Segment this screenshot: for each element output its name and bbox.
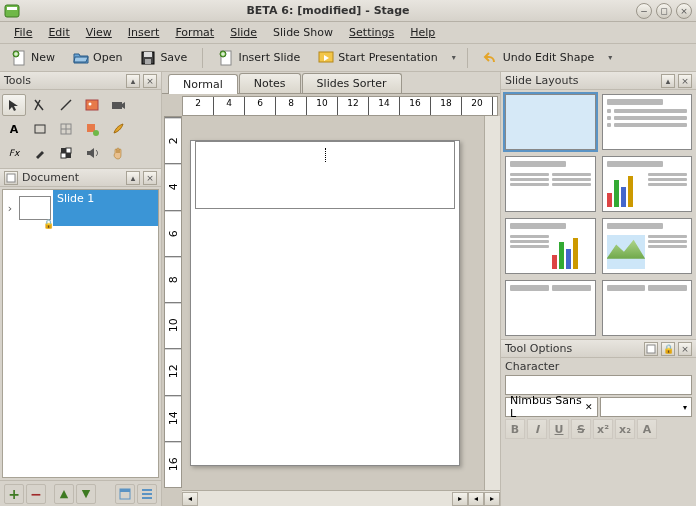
- tool-checker[interactable]: [54, 142, 78, 164]
- more-format-button[interactable]: A: [637, 419, 657, 439]
- tool-grid[interactable]: [54, 118, 78, 140]
- open-button[interactable]: Open: [66, 47, 129, 69]
- tool-pointer[interactable]: [2, 94, 26, 116]
- start-presentation-dropdown[interactable]: ▾: [449, 53, 459, 62]
- tool-camera[interactable]: [106, 94, 130, 116]
- font-clear-icon[interactable]: ✕: [585, 402, 593, 412]
- font-family-combo[interactable]: Nimbus Sans L ✕: [505, 397, 598, 417]
- remove-slide-button[interactable]: −: [26, 484, 46, 504]
- minimize-window-button[interactable]: −: [636, 3, 652, 19]
- undo-button[interactable]: Undo Edit Shape: [476, 47, 601, 69]
- horizontal-scrollbar[interactable]: ◂ ▸ ◂ ▸: [182, 490, 500, 506]
- tool-options-lock-icon[interactable]: 🔒: [661, 342, 675, 356]
- underline-button[interactable]: U: [549, 419, 569, 439]
- title-textbox[interactable]: [195, 141, 455, 209]
- expand-icon[interactable]: ›: [3, 202, 17, 215]
- move-down-button[interactable]: ▼: [76, 484, 96, 504]
- document-tab-icon[interactable]: [4, 171, 18, 185]
- maximize-window-button[interactable]: ◻: [656, 3, 672, 19]
- menu-slideshow[interactable]: Slide Show: [265, 24, 341, 41]
- scroll-left-button[interactable]: ◂: [182, 492, 198, 506]
- window-title: BETA 6: [modified] - Stage: [24, 4, 632, 17]
- tool-options-doc-icon[interactable]: [644, 342, 658, 356]
- menu-edit[interactable]: Edit: [40, 24, 77, 41]
- tab-normal[interactable]: Normal: [168, 74, 238, 94]
- tool-paint[interactable]: [80, 118, 104, 140]
- tool-eyedropper[interactable]: [28, 142, 52, 164]
- layout-bullets[interactable]: [602, 94, 693, 150]
- layout-text-chart[interactable]: [505, 218, 596, 274]
- horizontal-ruler[interactable]: 246810121416182022: [182, 96, 498, 116]
- move-up-button[interactable]: ▲: [54, 484, 74, 504]
- menu-format[interactable]: Format: [167, 24, 222, 41]
- tools-close-button[interactable]: ×: [143, 74, 157, 88]
- layout-image-text[interactable]: [602, 218, 693, 274]
- tool-fx[interactable]: Fx: [2, 142, 26, 164]
- tool-line[interactable]: [54, 94, 78, 116]
- save-button[interactable]: Save: [133, 47, 194, 69]
- layout-two-text[interactable]: [505, 156, 596, 212]
- font-size-combo[interactable]: ▾: [600, 397, 693, 417]
- svg-point-16: [93, 130, 99, 136]
- tool-rect[interactable]: [28, 118, 52, 140]
- slide-list[interactable]: › 🔒 Slide 1: [2, 189, 159, 478]
- menu-slide[interactable]: Slide: [222, 24, 265, 41]
- tool-brush[interactable]: [106, 118, 130, 140]
- list-view-button[interactable]: [137, 484, 157, 504]
- svg-point-11: [89, 103, 92, 106]
- menu-file[interactable]: File: [6, 24, 40, 41]
- tool-picture[interactable]: [80, 94, 104, 116]
- layout-two-header[interactable]: [505, 280, 596, 336]
- tool-sound[interactable]: [80, 142, 104, 164]
- svg-rect-0: [5, 5, 19, 17]
- sub-button[interactable]: x₂: [615, 419, 635, 439]
- lock-icon: 🔒: [43, 219, 54, 229]
- layout-blank[interactable]: [505, 94, 596, 150]
- slide-layouts-close-button[interactable]: ×: [678, 74, 692, 88]
- document-panel-header: Document ▴ ×: [0, 169, 161, 187]
- layout-chart-text[interactable]: [602, 156, 693, 212]
- tab-slides-sorter[interactable]: Slides Sorter: [302, 73, 402, 93]
- slide[interactable]: [190, 140, 460, 466]
- vertical-ruler[interactable]: 246810121416: [164, 116, 182, 488]
- character-label: Character: [505, 360, 559, 373]
- super-button[interactable]: x²: [593, 419, 613, 439]
- tool-text-a[interactable]: A: [2, 118, 26, 140]
- slide-canvas[interactable]: [182, 116, 484, 490]
- undo-dropdown[interactable]: ▾: [605, 53, 615, 62]
- bold-button[interactable]: B: [505, 419, 525, 439]
- slide-thumbnail[interactable]: 🔒: [19, 196, 51, 220]
- tools-collapse-button[interactable]: ▴: [126, 74, 140, 88]
- new-button[interactable]: New: [4, 47, 62, 69]
- tool-options-close-button[interactable]: ×: [678, 342, 692, 356]
- add-slide-button[interactable]: +: [4, 484, 24, 504]
- format-buttons: B I U S x² x₂ A: [505, 419, 692, 439]
- slide-label[interactable]: Slide 1: [53, 190, 158, 226]
- close-window-button[interactable]: ×: [676, 3, 692, 19]
- slide-layouts-grid[interactable]: [501, 90, 696, 340]
- layout-two-header-2[interactable]: [602, 280, 693, 336]
- tool-text[interactable]: [28, 94, 52, 116]
- tab-notes[interactable]: Notes: [239, 73, 301, 93]
- tools-panel-header: Tools ▴ ×: [0, 72, 161, 90]
- menu-view[interactable]: View: [78, 24, 120, 41]
- menu-settings[interactable]: Settings: [341, 24, 402, 41]
- prev-slide-button[interactable]: ◂: [468, 492, 484, 506]
- slide-layouts-collapse-button[interactable]: ▴: [661, 74, 675, 88]
- toolbar-sep-2: [467, 48, 468, 68]
- character-input[interactable]: [505, 375, 692, 395]
- italic-button[interactable]: I: [527, 419, 547, 439]
- thumbnail-view-button[interactable]: [115, 484, 135, 504]
- strike-button[interactable]: S: [571, 419, 591, 439]
- menu-insert[interactable]: Insert: [120, 24, 168, 41]
- slide-row-1[interactable]: › 🔒 Slide 1: [3, 190, 158, 226]
- scroll-right-button[interactable]: ▸: [452, 492, 468, 506]
- vertical-scrollbar[interactable]: [484, 116, 500, 490]
- document-collapse-button[interactable]: ▴: [126, 171, 140, 185]
- insert-slide-button[interactable]: Insert Slide: [211, 47, 307, 69]
- tool-hand[interactable]: [106, 142, 130, 164]
- next-slide-button[interactable]: ▸: [484, 492, 500, 506]
- start-presentation-button[interactable]: Start Presentation: [311, 47, 444, 69]
- document-close-button[interactable]: ×: [143, 171, 157, 185]
- menu-help[interactable]: Help: [402, 24, 443, 41]
